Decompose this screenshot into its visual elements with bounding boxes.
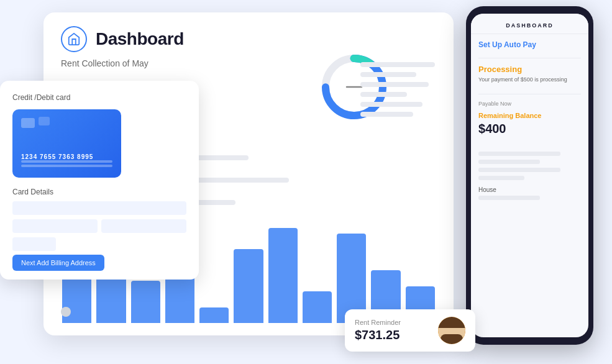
- balance-symbol: $: [478, 122, 485, 135]
- processing-text: Your payment of $500 is processing: [478, 76, 581, 84]
- divider: [478, 94, 581, 94]
- phone-skeleton: [478, 168, 560, 172]
- bar-item: [234, 249, 263, 323]
- dashboard-title: Dashboard: [96, 29, 184, 49]
- phone-skeleton: [478, 160, 540, 164]
- card-input-zip[interactable]: [12, 237, 56, 251]
- rent-reminder-card: Rent Reminder $731.25: [345, 309, 475, 352]
- processing-section: Processing Your payment of $500 is proce…: [478, 65, 581, 84]
- phone-header-title: DASHBOARD: [478, 22, 581, 29]
- dot-indicator: [61, 307, 71, 317]
- avatar-body: [441, 334, 463, 344]
- credit-card-panel: Credit /Debit card 1234 7655 7363 8995 C…: [0, 81, 199, 280]
- skeleton-line: [360, 102, 422, 107]
- card-input-name[interactable]: [12, 201, 186, 215]
- remaining-balance-label: Remaining Balance: [478, 112, 581, 119]
- next-billing-button[interactable]: Next Add Billing Address: [12, 255, 104, 271]
- processing-title: Processing: [478, 65, 581, 74]
- bar-item: [199, 307, 229, 324]
- bar-item: [131, 281, 160, 323]
- card-lines: [21, 160, 112, 169]
- skeleton-line: [360, 72, 416, 77]
- card-number: 1234 7655 7363 8995: [21, 153, 93, 160]
- bar-item: [303, 291, 332, 323]
- skeleton-line: [360, 62, 435, 67]
- card-input-expiry[interactable]: [12, 219, 98, 233]
- dashboard-header: Dashboard: [43, 12, 454, 58]
- avatar-face: [438, 317, 465, 344]
- card-input-cvv[interactable]: [101, 219, 186, 233]
- autopay-link[interactable]: Set Up Auto Pay: [478, 40, 581, 49]
- phone-header: DASHBOARD: [471, 14, 588, 34]
- avatar: [438, 317, 465, 344]
- phone-skeleton: [478, 176, 524, 180]
- reminder-amount: $731.25: [355, 328, 401, 342]
- card-chip2: [39, 117, 50, 125]
- credit-card-label: Credit /Debit card: [12, 93, 186, 102]
- avatar-hair: [438, 317, 465, 328]
- phone-skeleton: [478, 152, 560, 156]
- card-chip: [21, 118, 35, 128]
- balance-value: 400: [485, 122, 506, 135]
- logo-icon: [61, 26, 87, 52]
- phone-screen: DASHBOARD Set Up Auto Pay Processing You…: [471, 14, 588, 337]
- skeleton-line: [360, 92, 407, 97]
- card-input-row-small: [12, 219, 186, 233]
- card-line: [21, 160, 112, 163]
- skeleton-line: [360, 112, 413, 117]
- skeleton-line: [360, 82, 429, 87]
- card-details-label: Card Details: [12, 188, 186, 196]
- phone-content: Set Up Auto Pay Processing Your payment …: [471, 34, 588, 337]
- divider: [478, 58, 581, 58]
- mobile-phone: DASHBOARD Set Up Auto Pay Processing You…: [466, 6, 593, 345]
- payable-label: Payable Now: [478, 101, 581, 107]
- house-label: House: [478, 186, 581, 193]
- balance-amount: $400: [478, 122, 581, 144]
- reminder-label: Rent Reminder: [355, 319, 401, 326]
- phone-skeleton: [478, 196, 540, 200]
- bar-item: [268, 228, 298, 323]
- credit-card-visual: 1234 7655 7363 8995: [12, 109, 121, 178]
- skeleton-lines-right: [360, 62, 435, 117]
- card-line: [21, 165, 112, 167]
- reminder-text: Rent Reminder $731.25: [355, 319, 401, 342]
